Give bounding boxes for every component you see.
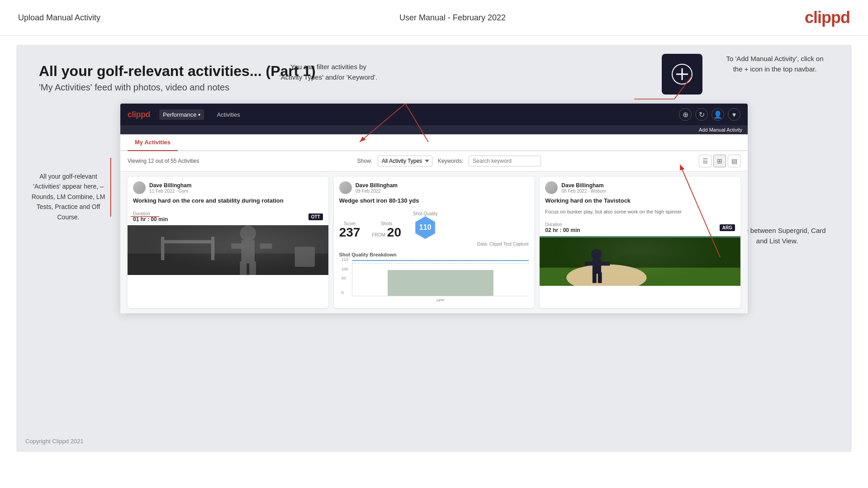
plus-circle-icon	[671, 63, 693, 85]
title-section: All your golf-relevant activities... (Pa…	[39, 63, 829, 93]
user-info-2: Dave Billingham 09 Feb 2022	[356, 182, 529, 194]
duration-label-1: Duration	[133, 211, 168, 216]
y-label-110: 110	[342, 257, 348, 262]
golf-scene	[540, 236, 740, 286]
card-description-3: Focus on bunker play, but also some work…	[540, 208, 740, 219]
card-duration-3: Duration 02 hr : 00 min ARG	[540, 219, 740, 236]
user-icon-btn[interactable]: 👤	[711, 108, 724, 121]
chart-bar	[388, 270, 493, 296]
card-title-3: Working hard on the Tavistock	[540, 197, 740, 208]
svg-rect-18	[540, 267, 740, 285]
svg-rect-21	[593, 259, 601, 274]
chart-100-line	[352, 263, 529, 264]
svg-rect-6	[241, 240, 255, 264]
shot-chart: Shot Quality Breakdown 110 100 50 0	[334, 248, 535, 308]
refresh-icon-btn[interactable]: ↻	[695, 108, 708, 121]
tag-badge-3: ARG	[720, 224, 735, 231]
chevron-down-icon: ▾	[198, 112, 200, 117]
upload-label: Upload Manual Activity	[18, 13, 100, 23]
duration-value-1: 01 hr : 00 min	[133, 216, 168, 223]
top-header: Upload Manual Activity User Manual - Feb…	[0, 0, 868, 36]
filter-bar: Viewing 12 out of 55 Activities Show: Al…	[120, 151, 748, 171]
svg-rect-10	[249, 261, 256, 275]
main-content: All your golf-relevant activities... (Pa…	[16, 45, 852, 452]
svg-rect-8	[260, 243, 272, 249]
duration-label-3: Duration	[545, 222, 580, 227]
y-label-50: 50	[342, 276, 346, 280]
annotation-add: To 'Add Manual Activity', click on the +…	[725, 54, 825, 74]
app-navbar: clippd Performance ▾ Activities ⊕ ↻ 👤 ▾	[120, 104, 748, 125]
left-annotation: All your golf-relevant 'Activities' appe…	[25, 171, 111, 222]
card-header-3: Dave Billingham 08 Feb 2022 · Woburn	[540, 177, 740, 197]
add-manual-activity-icon-box[interactable]	[662, 54, 702, 95]
compact-view-btn[interactable]: ▤	[728, 155, 740, 167]
user-meta-1: 11 Feb 2022 · Gym	[149, 189, 323, 194]
app-logo: clippd	[128, 110, 150, 119]
card-title-2: Wedge short iron 80-130 yds	[334, 197, 535, 208]
card-image-1	[128, 225, 328, 275]
svg-rect-15	[540, 236, 740, 286]
grid-view-btn[interactable]: ⊞	[713, 155, 726, 167]
svg-rect-11	[161, 240, 214, 243]
page-title: All your golf-relevant activities... (Pa…	[39, 63, 829, 80]
svg-rect-7	[231, 243, 243, 249]
gym-scene	[128, 225, 328, 275]
shot-quality-badge: 110	[415, 216, 435, 239]
card-image-3	[540, 236, 740, 286]
user-meta-2: 09 Feb 2022	[356, 189, 529, 194]
card-header-1: Dave Billingham 11 Feb 2022 · Gym	[128, 177, 328, 197]
avatar-2	[339, 181, 352, 194]
show-label: Show:	[357, 158, 372, 164]
tab-my-activities[interactable]: My Activities	[128, 134, 178, 151]
shot-chart-title: Shot Quality Breakdown	[339, 252, 529, 257]
list-view-btn[interactable]: ☰	[699, 155, 711, 167]
navbar-left: clippd Performance ▾ Activities	[128, 109, 244, 120]
svg-rect-3	[128, 225, 328, 275]
chart-x-label: APP	[352, 298, 529, 303]
user-name-1: Dave Billingham	[149, 182, 323, 189]
user-meta-3: 08 Feb 2022 · Woburn	[561, 189, 735, 194]
copyright: Copyright Clippd 2021	[25, 438, 84, 445]
cards-grid: Dave Billingham 11 Feb 2022 · Gym Workin…	[120, 171, 748, 313]
gym-image	[128, 225, 328, 275]
keyword-input[interactable]	[469, 156, 541, 166]
from-label: FROM	[372, 232, 385, 237]
manual-title: User Manual - February 2022	[399, 13, 506, 23]
stat-score: Score 237	[339, 221, 360, 239]
svg-rect-14	[295, 247, 315, 267]
activity-type-select[interactable]: All Activity Types	[378, 156, 432, 166]
svg-rect-9	[240, 261, 247, 275]
y-label-100: 100	[342, 267, 348, 271]
avatar-1	[133, 181, 146, 194]
svg-point-19	[566, 264, 646, 286]
chart-top-line	[352, 260, 529, 261]
page-subtitle: 'My Activities' feed with photos, video …	[39, 82, 829, 93]
svg-rect-13	[211, 237, 214, 261]
tooltip-bar: Add Manual Activity	[120, 125, 748, 134]
card-title-1: Working hard on the core and stability d…	[128, 197, 328, 208]
card-header-2: Dave Billingham 09 Feb 2022	[334, 177, 535, 197]
menu-icon-btn[interactable]: ▾	[728, 108, 740, 121]
add-icon-btn[interactable]: ⊕	[679, 108, 692, 121]
y-label-0: 0	[342, 290, 344, 295]
duration-value-3: 02 hr : 00 min	[545, 227, 580, 233]
nav-item-performance[interactable]: Performance ▾	[159, 109, 204, 120]
user-name-2: Dave Billingham	[356, 182, 529, 189]
user-info-3: Dave Billingham 08 Feb 2022 · Woburn	[561, 182, 735, 194]
svg-rect-4	[128, 254, 328, 275]
card-stats-2: Score 237 Shots FROM 20 Shot Quality 11	[334, 208, 535, 242]
svg-point-5	[240, 225, 256, 241]
user-info-1: Dave Billingham 11 Feb 2022 · Gym	[149, 182, 323, 194]
tag-badge-1: OTT	[308, 213, 323, 220]
activity-card-2: Dave Billingham 09 Feb 2022 Wedge short …	[334, 177, 535, 308]
golf-image	[540, 236, 740, 286]
svg-rect-23	[601, 261, 610, 265]
card-duration-1: Duration 01 hr : 00 min OTT	[128, 208, 328, 225]
svg-rect-17	[540, 237, 740, 271]
user-name-3: Dave Billingham	[561, 182, 735, 189]
svg-point-20	[591, 249, 602, 260]
nav-item-activities[interactable]: Activities	[213, 109, 243, 120]
svg-rect-25	[598, 272, 602, 283]
avatar-3	[545, 181, 558, 194]
chart-area: 110 100 50 0	[352, 260, 529, 296]
